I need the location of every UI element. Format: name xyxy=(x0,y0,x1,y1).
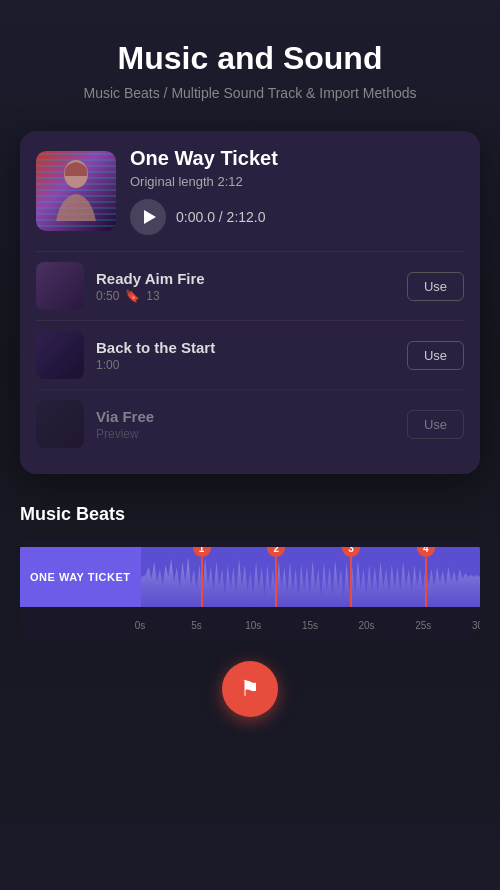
album-art xyxy=(36,151,116,231)
list-item: Via Free Preview Use xyxy=(36,389,464,458)
track-duration: 0:50 xyxy=(96,289,119,303)
track-thumbnail xyxy=(36,331,84,379)
now-playing-row: One Way Ticket Original length 2:12 0:00… xyxy=(36,147,464,235)
ruler-label-5s: 5s xyxy=(191,620,202,631)
ruler-label-10s: 10s xyxy=(245,620,261,631)
beat-number: 2 xyxy=(267,547,285,557)
timeline-track-label: ONE WAY TICKET xyxy=(20,547,141,607)
flag-button[interactable]: ⚑ xyxy=(222,661,278,717)
flag-icon: ⚑ xyxy=(240,676,260,702)
track-thumbnail xyxy=(36,400,84,448)
track-info: One Way Ticket Original length 2:12 0:00… xyxy=(130,147,464,235)
header: Music and Sound Music Beats / Multiple S… xyxy=(0,0,500,111)
beat-number: 4 xyxy=(417,547,435,557)
music-card: One Way Ticket Original length 2:12 0:00… xyxy=(20,131,480,474)
track-duration: 1:00 xyxy=(96,358,119,372)
track-meta: Preview xyxy=(96,427,395,441)
track-bookmarks: 13 xyxy=(146,289,159,303)
ruler-label-15s: 15s xyxy=(302,620,318,631)
beat-line xyxy=(425,557,427,607)
list-item: Back to the Start 1:00 Use xyxy=(36,320,464,389)
ruler-label-0s: 0s xyxy=(135,620,146,631)
album-art-image xyxy=(51,156,101,226)
beat-number: 1 xyxy=(193,547,211,557)
play-icon xyxy=(144,210,156,224)
beat-marker-3[interactable]: 3 xyxy=(342,547,360,607)
beat-marker-2[interactable]: 2 xyxy=(267,547,285,607)
beats-title: Music Beats xyxy=(20,504,480,525)
beat-marker-1[interactable]: 1 xyxy=(193,547,211,607)
ruler-label-25s: 25s xyxy=(415,620,431,631)
beat-number: 3 xyxy=(342,547,360,557)
beat-line xyxy=(350,557,352,607)
track-meta: 1:00 xyxy=(96,358,395,372)
track-name: Via Free xyxy=(96,408,395,425)
use-button-1[interactable]: Use xyxy=(407,341,464,370)
play-button[interactable] xyxy=(130,199,166,235)
page-subtitle: Music Beats / Multiple Sound Track & Imp… xyxy=(20,85,480,101)
track-duration: Preview xyxy=(96,427,139,441)
track-details: Ready Aim Fire 0:50 🔖 13 xyxy=(96,270,395,303)
ruler-label-20s: 20s xyxy=(358,620,374,631)
list-item: Ready Aim Fire 0:50 🔖 13 Use xyxy=(36,251,464,320)
track-meta: 0:50 🔖 13 xyxy=(96,289,395,303)
use-button-0[interactable]: Use xyxy=(407,272,464,301)
beat-line xyxy=(275,557,277,607)
track-thumbnail xyxy=(36,262,84,310)
now-playing-original: Original length 2:12 xyxy=(130,174,464,189)
beat-line xyxy=(201,557,203,607)
track-details: Via Free Preview xyxy=(96,408,395,441)
page-title: Music and Sound xyxy=(20,40,480,77)
beats-section: Music Beats ONE WAY TICKET xyxy=(0,494,500,637)
use-button-2[interactable]: Use xyxy=(407,410,464,439)
beat-marker-4[interactable]: 4 xyxy=(417,547,435,607)
now-playing-title: One Way Ticket xyxy=(130,147,464,170)
ruler-label-30s: 30s xyxy=(472,620,480,631)
track-name: Back to the Start xyxy=(96,339,395,356)
waveform-area[interactable]: 1 2 3 4 xyxy=(141,547,480,607)
flag-button-container: ⚑ xyxy=(0,637,500,737)
time-ruler: 0s 5s 10s 15s 20s 25s 30s xyxy=(140,607,480,637)
timeline-container: ONE WAY TICKET 1 xyxy=(20,539,480,637)
track-details: Back to the Start 1:00 xyxy=(96,339,395,372)
track-name: Ready Aim Fire xyxy=(96,270,395,287)
bookmark-icon: 🔖 xyxy=(125,289,140,303)
player-controls: 0:00.0 / 2:12.0 xyxy=(130,199,464,235)
time-display: 0:00.0 / 2:12.0 xyxy=(176,209,266,225)
ruler-ticks: 0s 5s 10s 15s 20s 25s 30s xyxy=(140,611,480,631)
waveform-row: ONE WAY TICKET 1 xyxy=(20,547,480,607)
